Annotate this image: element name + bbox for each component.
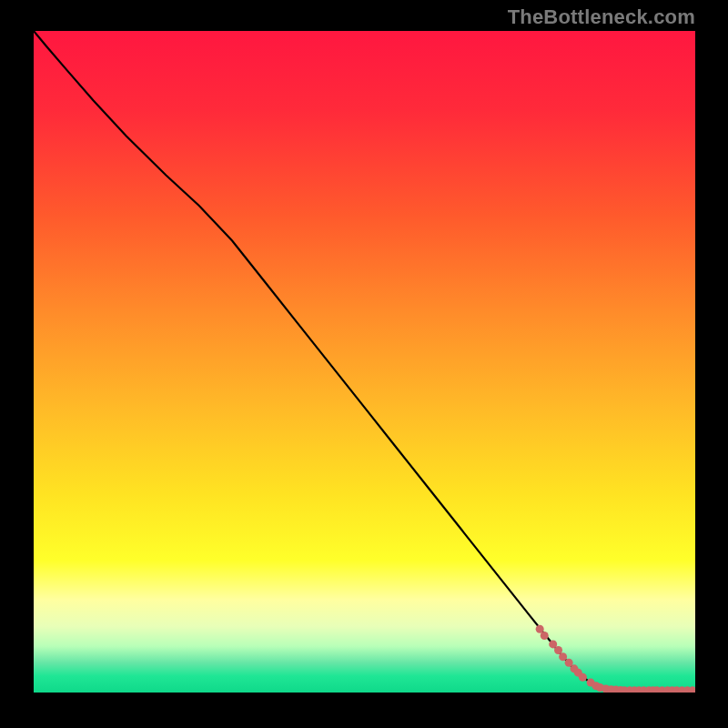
chart-plot: [34, 31, 695, 693]
chart-frame: TheBottleneck.com: [0, 0, 728, 728]
data-point: [559, 652, 567, 661]
data-point: [536, 625, 544, 633]
data-point: [541, 632, 549, 640]
data-point: [554, 646, 562, 654]
plot-background: [34, 31, 695, 693]
data-point: [579, 673, 587, 682]
watermark-text: TheBottleneck.com: [508, 5, 695, 29]
